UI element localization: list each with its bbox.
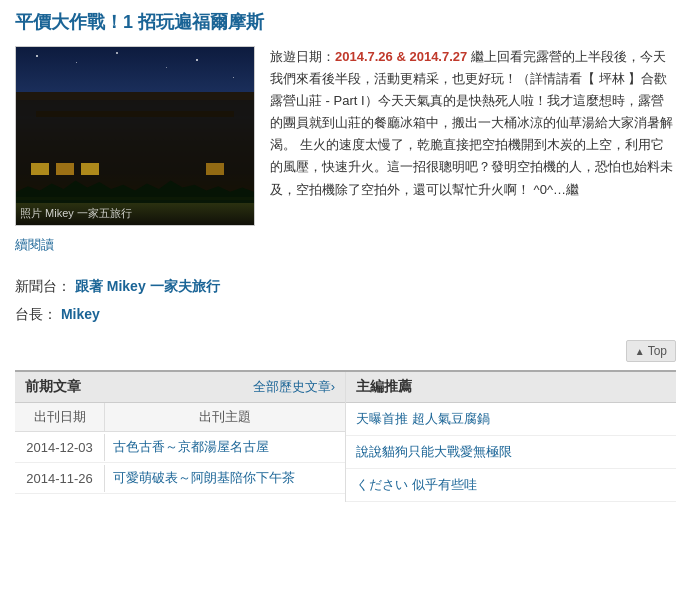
row-topic-link[interactable]: 可愛萌破表～阿朗基陪你下午茶 [113, 470, 295, 485]
author-label: 台長： [15, 306, 57, 322]
article-content: 繼上回看完露營的上半段後，今天我們來看後半段，活動更精采，也更好玩！（詳情請看【… [270, 49, 673, 197]
article-image-wrap: 照片 Mikey 一家五旅行 [15, 46, 255, 226]
page-title: 平價大作戰！1 招玩遍福爾摩斯 [15, 10, 676, 34]
news-section: 新聞台： 跟著 Mikey 一家夫旅行 台長： Mikey [15, 272, 676, 328]
news-row: 新聞台： 跟著 Mikey 一家夫旅行 [15, 272, 676, 300]
table-row: 2014-11-26 可愛萌破表～阿朗基陪你下午茶 [15, 463, 345, 494]
news-link[interactable]: 跟著 Mikey 一家夫旅行 [75, 278, 220, 294]
article-text: 旅遊日期：2014.7.26 & 2014.7.27 繼上回看完露營的上半段後，… [270, 46, 676, 226]
editor-pick-link[interactable]: 說說貓狗只能大戰愛無極限 [356, 444, 512, 459]
author-row: 台長： Mikey [15, 300, 676, 328]
read-more-link[interactable]: 續閱讀 [15, 236, 54, 254]
row-topic: 可愛萌破表～阿朗基陪你下午茶 [105, 463, 345, 493]
news-label: 新聞台： [15, 278, 71, 294]
all-history-link[interactable]: 全部歷史文章› [253, 378, 335, 396]
editor-picks-items: 天曝首推 超人氣豆腐鍋說說貓狗只能大戰愛無極限ください 似乎有些哇 [346, 403, 676, 502]
editor-pick-link[interactable]: ください 似乎有些哇 [356, 477, 477, 492]
editor-picks-title: 主編推薦 [356, 378, 412, 396]
image-caption: 照片 Mikey 一家五旅行 [20, 206, 132, 221]
top-button-wrap: ▲ Top [15, 340, 676, 362]
prev-articles-rows: 2014-12-03 古色古香～京都湯屋名古屋 2014-11-26 可愛萌破表… [15, 432, 345, 494]
date-label: 旅遊日期： [270, 49, 335, 64]
prev-articles-table-header: 出刊日期 出刊主題 [15, 403, 345, 432]
prev-articles-panel: 前期文章 全部歷史文章› 出刊日期 出刊主題 2014-12-03 古色古香～京… [15, 372, 346, 502]
row-topic: 古色古香～京都湯屋名古屋 [105, 432, 345, 462]
editor-pick-item: 說說貓狗只能大戰愛無極限 [346, 436, 676, 469]
top-arrow-icon: ▲ [635, 346, 645, 357]
editor-pick-link[interactable]: 天曝首推 超人氣豆腐鍋 [356, 411, 490, 426]
row-date: 2014-12-03 [15, 434, 105, 461]
top-label: Top [648, 344, 667, 358]
top-button[interactable]: ▲ Top [626, 340, 676, 362]
article-image: 照片 Mikey 一家五旅行 [15, 46, 255, 226]
editor-picks-header: 主編推薦 [346, 372, 676, 403]
main-container: 平價大作戰！1 招玩遍福爾摩斯 [0, 0, 691, 591]
editor-pick-item: ください 似乎有些哇 [346, 469, 676, 502]
author-link[interactable]: Mikey [61, 306, 100, 322]
row-date: 2014-11-26 [15, 465, 105, 492]
editor-pick-item: 天曝首推 超人氣豆腐鍋 [346, 403, 676, 436]
prev-articles-title: 前期文章 [25, 378, 81, 396]
article-section: 照片 Mikey 一家五旅行 旅遊日期：2014.7.26 & 2014.7.2… [15, 46, 676, 226]
article-date: 2014.7.26 & 2014.7.27 [335, 49, 467, 64]
col-topic-header: 出刊主題 [105, 403, 345, 431]
table-row: 2014-12-03 古色古香～京都湯屋名古屋 [15, 432, 345, 463]
prev-articles-header: 前期文章 全部歷史文章› [15, 372, 345, 403]
col-date-header: 出刊日期 [15, 403, 105, 431]
bottom-section: 前期文章 全部歷史文章› 出刊日期 出刊主題 2014-12-03 古色古香～京… [15, 370, 676, 502]
editor-picks-panel: 主編推薦 天曝首推 超人氣豆腐鍋說說貓狗只能大戰愛無極限ください 似乎有些哇 [346, 372, 676, 502]
row-topic-link[interactable]: 古色古香～京都湯屋名古屋 [113, 439, 269, 454]
